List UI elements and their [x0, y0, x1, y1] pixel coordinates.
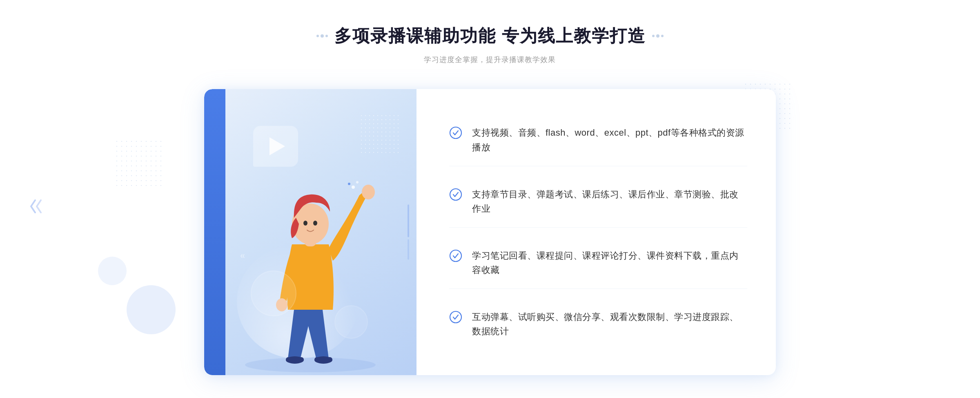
- svg-point-6: [362, 185, 375, 199]
- svg-point-1: [245, 358, 376, 372]
- deco-circle-1: [127, 285, 176, 334]
- feature-text-4: 互动弹幕、试听购买、微信分享、观看次数限制、学习进度跟踪、数据统计: [472, 310, 747, 338]
- decorator-dots-right: [652, 34, 664, 38]
- svg-point-17: [450, 127, 461, 139]
- feature-text-2: 支持章节目录、弹题考试、课后练习、课后作业、章节测验、批改作业: [472, 187, 747, 216]
- content-area: «: [204, 89, 776, 375]
- blue-stripe: [204, 89, 225, 375]
- main-title: 多项录播课辅助功能 专为线上教学打造: [334, 25, 646, 47]
- subtitle: 学习进度全掌握，提升录播课教学效果: [316, 55, 664, 65]
- svg-point-14: [348, 183, 350, 185]
- svg-rect-5: [314, 357, 332, 362]
- feature-item-1: 支持视频、音频、flash、word、excel、ppt、pdf等各种格式的资源…: [449, 114, 747, 166]
- svg-point-10: [303, 221, 307, 226]
- svg-point-19: [450, 250, 461, 262]
- check-circle-icon-3: [449, 249, 462, 262]
- header-decorators: 多项录播课辅助功能 专为线上教学打造: [316, 25, 664, 47]
- svg-point-20: [450, 311, 461, 323]
- check-circle-icon-2: [449, 188, 462, 201]
- svg-point-11: [313, 221, 317, 226]
- dot-pattern-left: [114, 139, 163, 188]
- vertical-lines-deco: [408, 205, 409, 260]
- svg-point-18: [450, 189, 461, 200]
- person-illustration: «: [229, 138, 392, 375]
- page-wrapper: 多项录播课辅助功能 专为线上教学打造 学习进度全掌握，提升录播课教学效果: [0, 0, 980, 398]
- svg-rect-4: [286, 357, 304, 362]
- feature-text-3: 学习笔记回看、课程提问、课程评论打分、课件资料下载，重点内容收藏: [472, 248, 747, 277]
- feature-item-4: 互动弹幕、试听购买、微信分享、观看次数限制、学习进度跟踪、数据统计: [449, 298, 747, 350]
- check-circle-icon-1: [449, 126, 462, 139]
- features-card: 支持视频、音频、flash、word、excel、ppt、pdf等各种格式的资源…: [416, 89, 776, 375]
- illustration-card: «: [204, 89, 416, 375]
- decorator-dots-left: [316, 34, 328, 38]
- main-card: «: [204, 89, 776, 375]
- svg-point-13: [356, 181, 359, 183]
- svg-point-16: [335, 306, 368, 338]
- feature-item-3: 学习笔记回看、课程提问、课程评论打分、课件资料下载，重点内容收藏: [449, 237, 747, 289]
- deco-circle-2: [98, 257, 127, 285]
- svg-point-12: [352, 186, 355, 189]
- svg-text:«: «: [240, 250, 245, 261]
- check-circle-icon-4: [449, 311, 462, 324]
- feature-text-1: 支持视频、音频、flash、word、excel、ppt、pdf等各种格式的资源…: [472, 125, 747, 154]
- feature-item-2: 支持章节目录、弹题考试、课后练习、课后作业、章节测验、批改作业: [449, 176, 747, 228]
- svg-point-15: [251, 271, 296, 316]
- deco-chevrons: [28, 196, 48, 217]
- header-section: 多项录播课辅助功能 专为线上教学打造 学习进度全掌握，提升录播课教学效果: [316, 25, 664, 65]
